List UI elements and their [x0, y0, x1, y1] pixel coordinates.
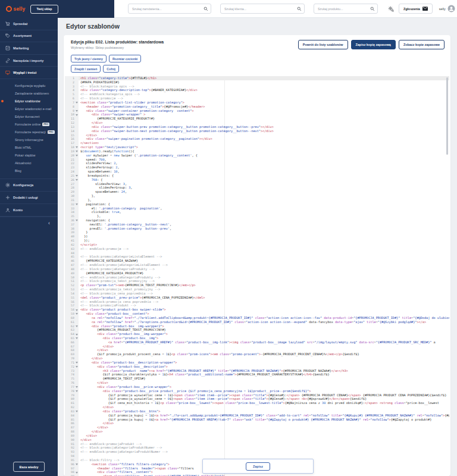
sidebar-item-narzędzia-i-importy[interactable]: Narzędzia i importy — [0, 55, 58, 67]
code-line[interactable]: 34 clickable: true, — [65, 210, 449, 214]
fold-toggle-icon[interactable] — [74, 336, 79, 340]
sidebar-subitem-blog[interactable]: Blog — [0, 167, 58, 175]
sidebar-item-konfiguracja[interactable]: Konfiguracja — [0, 179, 58, 192]
fold-toggle-icon[interactable] — [74, 361, 79, 365]
code-line[interactable]: 48<!-- block:promocjaKategoriaProdukty -… — [65, 267, 449, 271]
code-line[interactable]: 67 </div> — [65, 345, 449, 349]
code-line[interactable]: 71 <div class="product-box__description-… — [65, 361, 449, 365]
code-line[interactable]: 86 </div> — [65, 421, 449, 425]
sidebar-item-asortyment[interactable]: Asortyment — [0, 30, 58, 43]
code-line[interactable]: 3<!-- block:kategoria_opis --> — [65, 84, 449, 89]
code-line[interactable]: 7<section class="product-list-slider pro… — [65, 101, 449, 105]
code-line[interactable]: 85 {$if promocja_kupuj = 0$}<a href="{#P… — [65, 418, 449, 422]
code-line[interactable]: 57<!-- block:promocjaProdukt --> — [65, 303, 449, 308]
code-line[interactable]: 23 slidesPerGroup: 2, — [65, 165, 449, 170]
reports-button[interactable]: Zgłoszenia — [399, 4, 433, 14]
sidebar-item-dodatki-i-usługi[interactable]: Dodatki i usługi — [0, 192, 58, 204]
code-line[interactable]: 28 slidesPerGroup: 3, — [65, 186, 449, 190]
code-line[interactable]: 75 {#PROMOCJA_TEKST_OPIS#} — [65, 377, 449, 381]
back-to-list-button[interactable]: Powrót do listy szablonów — [298, 40, 348, 49]
fold-toggle-icon[interactable] — [74, 332, 79, 336]
code-line[interactable]: 26 768: { — [65, 178, 449, 182]
knowledge-base-button[interactable]: Baza wiedzy — [13, 462, 45, 472]
fold-toggle-icon[interactable] — [74, 149, 79, 154]
code-line[interactable]: 66 <a href="{#PROMOCJA_PRODUKT_HREF#}" c… — [65, 340, 449, 345]
view-backups-button[interactable]: Zobacz kopie zapasowe — [399, 40, 445, 49]
sidebar-subitem-aktualności[interactable]: Aktualności — [0, 159, 58, 167]
fold-toggle-icon[interactable] — [74, 324, 79, 328]
settings-search-icon[interactable] — [388, 6, 394, 12]
code-line[interactable]: 15 </div> — [65, 133, 449, 137]
sidebar-subitem-edytor-tłumaczeń[interactable]: Edytor tłumaczeń — [0, 113, 58, 121]
code-line[interactable]: 76 </div> — [65, 381, 449, 385]
vertical-scrollbar[interactable] — [446, 77, 448, 155]
code-line[interactable]: 56<!-- endblock:promocja_cena_poprzednia… — [65, 300, 449, 304]
fold-toggle-icon[interactable] — [74, 112, 79, 117]
sidebar-item-sprzedaż[interactable]: Sprzedaż — [0, 18, 58, 30]
code-line[interactable]: 32 pagination: { — [65, 202, 449, 206]
fold-toggle-icon[interactable] — [74, 218, 79, 223]
code-line[interactable]: 58<div class="product product-box swiper… — [65, 308, 449, 312]
code-line[interactable]: 77 <div class="product-box__price-wrappe… — [65, 385, 449, 389]
code-line[interactable]: 50<!-- endblock:promocjaKategoriaProdukt… — [65, 275, 449, 280]
code-line[interactable]: 54<!-- block:promocja_cena_poprzednia --… — [65, 292, 449, 296]
code-line[interactable]: 73 <h3 class="product__name"><a href="{#… — [65, 369, 449, 373]
code-line[interactable]: 51<!-- block:promocja_tekst_promocyjny -… — [65, 279, 449, 283]
code-line[interactable]: 11 {#PROMOCJE_KATEGORIE_PRODUKTY#} — [65, 117, 449, 121]
code-line[interactable]: 35 }, — [65, 214, 449, 218]
code-line[interactable]: 89 </div> — [65, 434, 449, 438]
code-line[interactable]: 16 <div class="swiper-pagination promoti… — [65, 137, 449, 141]
fold-toggle-icon[interactable] — [74, 470, 79, 474]
code-line[interactable]: 47<!-- endblock:promocjaKategorieListaEl… — [65, 263, 449, 267]
sidebar-subitem-strony-informacyjne[interactable]: Strony informacyjne — [0, 136, 58, 144]
sidebar-subitem-bloki-html[interactable]: Bloki HTML — [0, 144, 58, 152]
code-line[interactable]: 46 {#PROMOCJE_KATEGORIA_NAZWA#} — [65, 259, 449, 263]
code-line[interactable]: 41 }); — [65, 239, 449, 243]
code-line[interactable]: 74 {$if promocja_charakterystyka = 1$}<h… — [65, 372, 449, 377]
code-line[interactable]: 39 } — [65, 230, 449, 234]
save-backup-button[interactable]: Zapisz kopię zapasową — [351, 40, 396, 49]
code-line[interactable]: 30 }, — [65, 194, 449, 198]
code-line[interactable]: 52<p class="prom-txt"><em>{#PROMOCJA_TEK… — [65, 283, 449, 287]
code-line[interactable]: 22 slidesPerView: 2, — [65, 161, 449, 165]
fold-toggle-icon[interactable] — [74, 365, 79, 369]
search-orders-input[interactable] — [128, 4, 211, 14]
code-line[interactable]: 29 spaceBetween: 24, — [65, 190, 449, 194]
code-line[interactable]: 37 nextEl: '.promotion-category__button-… — [65, 223, 449, 227]
code-line[interactable]: 68 </div> — [65, 348, 449, 352]
fold-toggle-icon[interactable] — [74, 101, 79, 105]
fold-toggle-icon[interactable] — [74, 154, 79, 158]
code-line[interactable]: 31 }, — [65, 198, 449, 202]
code-line[interactable]: 65 <div class="product-box__img"> — [65, 336, 449, 340]
code-line[interactable]: 60 <a rel="nofollow" href="./?a=klient.a… — [65, 316, 449, 320]
code-line[interactable]: 8 <header class="promotion-category__tit… — [65, 105, 449, 109]
sidebar-item-wygląd-i-treści[interactable]: Wygląd i treści — [0, 67, 58, 79]
code-line[interactable]: 61 <a rel="nofollow" href="./?a=options.… — [65, 320, 449, 324]
code-line[interactable]: 83 <div class="product-box__btns"> — [65, 409, 449, 414]
code-line[interactable]: 19$(document).ready(function(){ — [65, 149, 449, 154]
code-line[interactable]: 6<!-- block:promocje --> — [65, 96, 449, 101]
fold-toggle-icon[interactable] — [74, 145, 79, 149]
fold-toggle-icon[interactable] — [74, 385, 79, 389]
code-line[interactable]: 12 </div> — [65, 121, 449, 125]
code-line[interactable]: 63 {#PROMOCJA_PRODUKT_TEKST_PROMOCYJNY#} — [65, 328, 449, 332]
code-line[interactable]: 84 {$if promocja_kupuj = 1$}<a href="./?… — [65, 414, 449, 418]
code-line[interactable]: 91<!-- endblock:promocjaProdukt --> — [65, 442, 449, 446]
fold-toggle-icon[interactable] — [74, 389, 79, 393]
sidebar-subitem-edytor-szablonów[interactable]: Edytor szablonów — [0, 98, 58, 105]
code-line[interactable]: 14 <div class="swiper-button-next promot… — [65, 129, 449, 133]
code-line[interactable]: 4<div class="category-description-top">{… — [65, 88, 449, 92]
code-line[interactable]: 79 {$if promocja_wyswietlac_cene = 1$}<s… — [65, 393, 449, 397]
cofnij-button[interactable]: Cofnij — [103, 65, 119, 73]
code-line[interactable]: 45<!-- block:promocjaKategorieListaEleme… — [65, 255, 449, 259]
search-products-input[interactable] — [314, 4, 378, 14]
code-line[interactable]: 5<!-- endblock:kategoria_opis --> — [65, 92, 449, 96]
fold-toggle-icon[interactable] — [74, 308, 79, 312]
sidebar-subitem-formularze-rejestracji[interactable]: Formularze rejestracjiPRO — [0, 129, 58, 136]
user-menu[interactable]: selly — [439, 5, 457, 12]
code-line[interactable]: 17</section> — [65, 141, 449, 145]
code-line[interactable]: 43<!-- endblock:promocje --> — [65, 247, 449, 251]
code-line[interactable]: 59 <div class="product-box__content"> — [65, 312, 449, 316]
sidebar-subitem-konfiguracja-wyglądu[interactable]: Konfiguracja wyglądu — [0, 82, 58, 90]
sidebar-subitem-edytor-wiadomości-e-mail[interactable]: Edytor wiadomości e-mail — [0, 105, 58, 113]
